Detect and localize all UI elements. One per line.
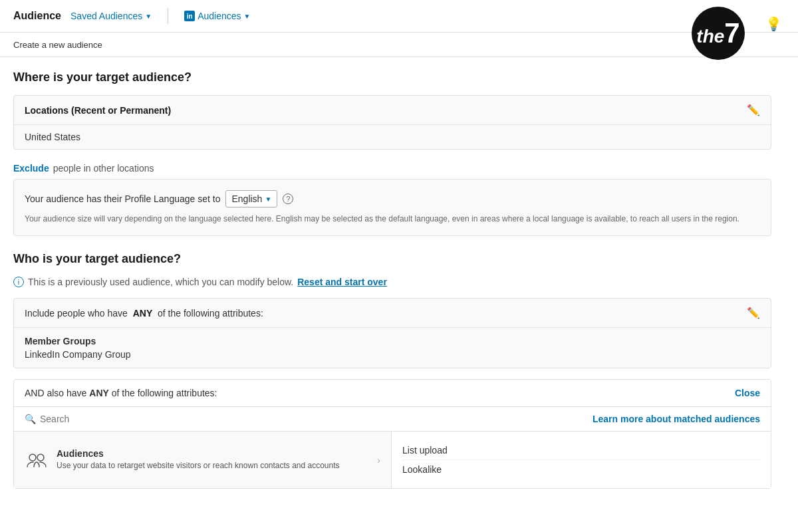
search-row: 🔍 Learn more about matched audiences [14,407,771,432]
logo: the 7 [692,7,745,60]
and-prefix: AND also have [25,388,86,398]
language-note: Your audience size will vary depending o… [25,213,760,225]
audiences-button[interactable]: in Audiences ▼ [180,8,254,24]
chevron-right-icon: › [377,455,380,466]
chevron-down-icon: ▼ [145,13,152,20]
exclude-button[interactable]: Exclude [13,163,49,174]
who-section: Who is your target audience? i This is a… [13,252,771,489]
chevron-down-icon-2: ▼ [244,13,251,20]
reset-button[interactable]: Reset and start over [297,277,387,287]
search-icon: 🔍 [25,414,36,424]
language-select[interactable]: English ▼ [225,190,277,207]
audiences-item-title: Audiences [57,448,340,459]
saved-audiences-button[interactable]: Saved Audiences ▼ [66,8,156,24]
language-prefix: Your audience has their Profile Language… [25,194,220,204]
main-content: Where is your target audience? Locations… [0,57,785,502]
member-groups-value: LinkedIn Company Group [25,349,760,360]
audience-label: Audience [13,10,61,22]
and-box-header: AND also have ANY of the following attri… [14,380,771,407]
exclude-row: Exclude people in other locations [13,158,771,179]
location-box: Locations (Recent or Permanent) ✏️ Unite… [13,95,771,150]
previously-used-row: i This is a previously used audience, wh… [13,277,771,287]
include-prefix: Include people who have ANY of the follo… [25,308,263,319]
header: Audience Saved Audiences ▼ in Audiences … [0,0,798,33]
language-row-top: Your audience has their Profile Language… [25,190,760,207]
include-box-header: Include people who have ANY of the follo… [14,299,771,327]
who-section-title: Who is your target audience? [13,252,771,266]
svg-point-1 [37,454,44,461]
language-value: English [231,194,262,204]
header-left: Audience Saved Audiences ▼ in Audiences … [13,8,785,24]
and-text: AND also have ANY of the following attri… [25,388,217,398]
logo-inner: the 7 [696,19,739,47]
audiences-item-left[interactable]: Audiences Use your data to retarget webs… [14,432,392,488]
vertical-divider [168,8,168,24]
and-any: ANY [89,388,109,398]
close-button[interactable]: Close [735,388,760,398]
create-audience-link[interactable]: Create a new audience [13,40,102,50]
audiences-label: Audiences [198,11,241,21]
and-box: AND also have ANY of the following attri… [13,379,771,489]
linkedin-icon: in [184,11,195,21]
svg-point-0 [29,454,36,461]
exclude-rest: people in other locations [53,163,154,174]
location-value: United States [25,132,80,142]
sub-header: Create a new audience [0,33,798,57]
audiences-item-text: Audiences Use your data to retarget webs… [57,448,340,471]
edit-icon[interactable]: ✏️ [747,104,760,116]
include-suffix: of the following attributes: [158,308,263,319]
audiences-item-right: List upload Lookalike [392,432,771,488]
learn-more-link[interactable]: Learn more about matched audiences [593,414,760,424]
audiences-item-desc: Use your data to retarget website visito… [57,460,340,471]
where-section-title: Where is your target audience? [13,70,771,84]
include-prefix-text: Include people who have [25,308,128,319]
info-icon: i [13,277,24,287]
member-groups: Member Groups LinkedIn Company Group [14,327,771,368]
help-icon[interactable]: ? [283,194,293,204]
any-badge: ANY [133,308,153,319]
language-row: Your audience has their Profile Language… [13,179,771,236]
search-input[interactable] [40,414,593,424]
and-suffix: of the following attributes: [112,388,217,398]
list-item[interactable]: List upload [402,441,760,460]
member-groups-title: Member Groups [25,336,760,346]
audiences-item-icon [25,448,49,472]
include-edit-icon[interactable]: ✏️ [747,307,760,319]
location-box-header: Locations (Recent or Permanent) ✏️ [14,96,771,125]
language-chevron-icon: ▼ [265,196,271,203]
location-box-title: Locations (Recent or Permanent) [25,105,171,116]
location-box-body: United States [14,125,771,149]
lightbulb-icon[interactable]: 💡 [765,16,782,32]
where-section: Where is your target audience? Locations… [13,70,771,236]
previously-used-text: This is a previously used audience, whic… [28,277,293,287]
audiences-list-item: Audiences Use your data to retarget webs… [14,432,771,488]
saved-audiences-label: Saved Audiences [70,11,142,21]
include-box: Include people who have ANY of the follo… [13,298,771,368]
logo-text: the [696,27,724,46]
list-item[interactable]: Lookalike [402,460,760,479]
logo-number: 7 [724,19,739,47]
search-input-wrap: 🔍 [25,414,593,424]
